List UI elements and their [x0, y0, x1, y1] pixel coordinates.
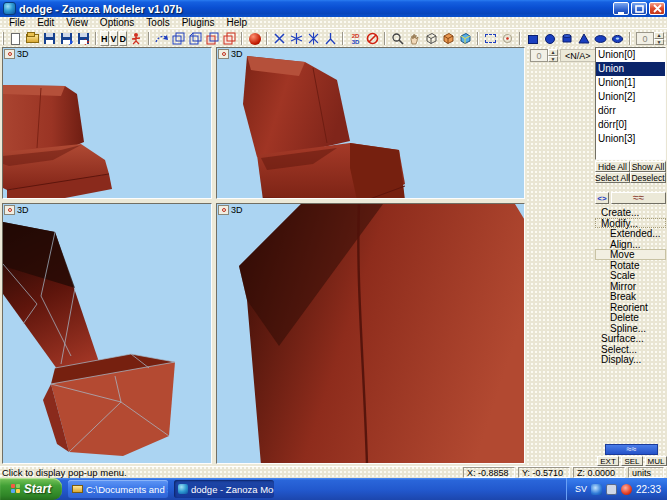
v-view-button[interactable]: V	[110, 31, 118, 46]
textured-cube-icon[interactable]	[440, 31, 457, 46]
list-item[interactable]: dörr	[596, 104, 665, 118]
2d3d-toggle-icon[interactable]: 2D3D	[347, 31, 364, 46]
command-surface[interactable]: Surface...	[595, 333, 666, 344]
h-view-button[interactable]: H	[100, 31, 109, 46]
viewport-top-left[interactable]: 3D	[2, 47, 212, 199]
menu-options[interactable]: Options	[94, 17, 140, 29]
command-modify[interactable]: Modify...	[595, 218, 666, 229]
command-create[interactable]: Create...	[595, 207, 666, 218]
viewport-zoom-icon[interactable]	[4, 205, 15, 215]
minimize-button[interactable]	[613, 2, 629, 15]
panel-spinner[interactable]: 0 ▲▼	[530, 49, 558, 62]
command-select[interactable]: Select...	[595, 344, 666, 355]
command-mirror[interactable]: Mirror	[595, 281, 666, 292]
wave-icon[interactable]: ≈≈	[611, 192, 666, 204]
command-delete[interactable]: Delete	[595, 312, 666, 323]
save-icon[interactable]	[41, 31, 58, 46]
wave-mode-button[interactable]: ≈≈	[605, 444, 658, 455]
panel-spinner-value[interactable]: 0	[530, 49, 548, 62]
open-file-icon[interactable]	[24, 31, 41, 46]
objects-cube-icon[interactable]	[221, 31, 238, 46]
object-list[interactable]: Union[0] Union Union[1] Union[2] dörr dö…	[595, 47, 666, 160]
material-sphere-icon[interactable]	[246, 31, 263, 46]
list-item[interactable]: dörr[0]	[596, 118, 665, 132]
menu-view[interactable]: View	[60, 17, 94, 29]
primitive-box-icon[interactable]	[524, 31, 541, 46]
language-indicator[interactable]: SV	[575, 484, 587, 494]
menu-file[interactable]: File	[3, 17, 31, 29]
show-all-button[interactable]: Show All	[630, 161, 666, 172]
axes-star-icon[interactable]	[288, 31, 305, 46]
list-item[interactable]: Union[1]	[596, 76, 665, 90]
viewport-zoom-icon[interactable]	[218, 49, 229, 59]
mul-mode-button[interactable]: MUL	[645, 456, 667, 466]
vertices-cube-icon[interactable]	[170, 31, 187, 46]
axes-jack-icon[interactable]	[305, 31, 322, 46]
toolbar-spinner[interactable]: 0 ▲▼	[636, 32, 664, 45]
new-file-icon[interactable]	[7, 31, 24, 46]
list-item[interactable]: Union[0]	[596, 48, 665, 62]
command-display[interactable]: Display...	[595, 354, 666, 365]
select-all-button[interactable]: Select All	[595, 172, 630, 183]
deselect-button[interactable]: Deselect	[630, 172, 666, 183]
hide-all-button[interactable]: Hide All	[595, 161, 630, 172]
target-icon[interactable]	[499, 31, 516, 46]
list-item[interactable]: Union[2]	[596, 90, 665, 104]
toolbar-grip[interactable]	[2, 32, 4, 45]
command-align[interactable]: Align...	[595, 239, 666, 250]
viewport-bottom-right[interactable]: 3D	[216, 203, 525, 464]
primitive-ellipsoid-icon[interactable]	[592, 31, 609, 46]
pan-icon[interactable]	[406, 31, 423, 46]
taskbar-item-explorer[interactable]: C:\Documents and Se...	[68, 480, 168, 498]
viewport-bottom-left[interactable]: 3D	[2, 203, 212, 464]
disable-icon[interactable]	[364, 31, 381, 46]
command-rotate[interactable]: Rotate	[595, 260, 666, 271]
import-icon[interactable]	[58, 31, 75, 46]
start-button[interactable]: Start	[0, 478, 62, 500]
menu-tools[interactable]: Tools	[140, 17, 175, 29]
primitive-cone-icon[interactable]	[575, 31, 592, 46]
d-view-button[interactable]: D	[119, 31, 128, 46]
spinner-down-icon[interactable]: ▼	[654, 39, 664, 46]
faces-cube-icon[interactable]	[204, 31, 221, 46]
spinner-down-icon[interactable]: ▼	[548, 56, 558, 63]
zoom-icon[interactable]	[389, 31, 406, 46]
commands-toggle-button[interactable]: <>	[595, 192, 609, 204]
mode-buttons: EXT SEL MUL	[597, 456, 667, 466]
viewport-zoom-icon[interactable]	[4, 49, 15, 59]
axes-x-icon[interactable]	[271, 31, 288, 46]
command-move[interactable]: Move	[595, 249, 666, 260]
ext-mode-button[interactable]: EXT	[597, 456, 619, 466]
skeleton-icon[interactable]	[128, 31, 145, 46]
tray-icon-display[interactable]	[606, 484, 617, 495]
menu-edit[interactable]: Edit	[31, 17, 60, 29]
viewport-top-right[interactable]: 3D	[216, 47, 525, 199]
command-extended[interactable]: Extended...	[595, 228, 666, 239]
lasso-icon[interactable]	[153, 31, 170, 46]
primitive-sphere-icon[interactable]	[541, 31, 558, 46]
primitive-torus-icon[interactable]	[609, 31, 626, 46]
command-scale[interactable]: Scale	[595, 270, 666, 281]
command-spline[interactable]: Spline...	[595, 323, 666, 334]
list-item[interactable]: Union[3]	[596, 132, 665, 146]
viewport-zoom-icon[interactable]	[218, 205, 229, 215]
export-icon[interactable]	[75, 31, 92, 46]
close-button[interactable]	[649, 2, 665, 15]
taskbar-item-zmodeler[interactable]: dodge - Zanoza Mode...	[174, 480, 274, 498]
restore-button[interactable]	[631, 2, 647, 15]
render-cube-icon[interactable]	[457, 31, 474, 46]
menu-help[interactable]: Help	[221, 17, 254, 29]
edges-cube-icon[interactable]	[187, 31, 204, 46]
tray-icon-alert[interactable]	[621, 484, 632, 495]
command-break[interactable]: Break	[595, 291, 666, 302]
primitive-cylinder-icon[interactable]	[558, 31, 575, 46]
menu-plugins[interactable]: Plugins	[176, 17, 221, 29]
sel-mode-button[interactable]: SEL	[621, 456, 643, 466]
tray-icon-messenger[interactable]	[591, 484, 602, 495]
command-reorient[interactable]: Reorient	[595, 302, 666, 313]
list-item-selected[interactable]: Union	[596, 62, 665, 76]
cube-view-icon[interactable]	[423, 31, 440, 46]
axes-tripod-icon[interactable]	[322, 31, 339, 46]
toolbar-spinner-value[interactable]: 0	[636, 32, 654, 45]
select-rect-icon[interactable]	[482, 31, 499, 46]
